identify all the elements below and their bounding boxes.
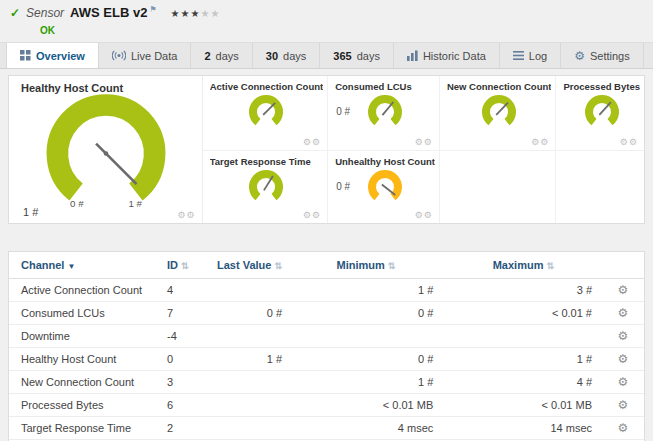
gauge-dial: 0 # 1 # [41, 92, 171, 213]
gauge-needle [599, 102, 610, 115]
channel-settings-gear-icon[interactable]: ⚙ [618, 352, 629, 366]
stars-filled: ★★★ [171, 8, 201, 19]
channel-settings-gear-icon[interactable]: ⚙ [618, 375, 629, 389]
gear-icon: ⚙ [540, 137, 549, 147]
gear-icon: ⚙ [629, 137, 638, 147]
channel-settings-gear-icon[interactable]: ⚙ [618, 283, 629, 297]
sensor-title: AWS ELB v2 [70, 5, 147, 20]
maximum-value: 4 # [443, 371, 602, 394]
last-value-column-header[interactable]: Last Value⇅ [206, 252, 288, 279]
channel-name[interactable]: Target Response Time [9, 417, 161, 440]
actions-column-header [602, 252, 644, 279]
channel-id: 0 [161, 348, 206, 371]
gauge-cell-consumed-lcus[interactable]: Consumed LCUs 0 # ⚙⚙ [327, 76, 439, 150]
gauge-cell-target-response-time[interactable]: Target Response Time ⚙⚙ [203, 150, 327, 224]
table-row: Processed Bytes 6 < 0.01 MB < 0.01 MB ⚙ [9, 394, 644, 417]
channel-settings-gear-icon[interactable]: ⚙ [618, 398, 629, 412]
channel-id: 6 [161, 394, 206, 417]
maximum-value [443, 325, 602, 348]
healthy-host-count-gauge[interactable]: Healthy Host Count 0 # 1 # 1 # ⚙⚙ [9, 76, 202, 223]
tab-2-days[interactable]: 2 days [191, 43, 252, 68]
gauge-settings-icons[interactable]: ⚙⚙ [415, 137, 433, 147]
tab-label: Historic Data [423, 50, 486, 62]
gauges-panel: Healthy Host Count 0 # 1 # 1 # ⚙⚙ Active… [8, 75, 645, 224]
mini-gauge-dial [248, 94, 284, 127]
stars-empty: ★★ [200, 8, 220, 19]
sensor-header: ✓ Sensor AWS ELB v2 ⚑ ★★★★★ OK [0, 0, 653, 38]
tab-label: days [357, 50, 380, 62]
mini-gauge-dial [584, 94, 620, 127]
sort-icon: ⇅ [388, 261, 396, 271]
gauge-cell-active-connection-count[interactable]: Active Connection Count ⚙⚙ [203, 76, 327, 150]
gear-icon: ⚙ [424, 210, 433, 220]
channel-name[interactable]: New Connection Count [9, 371, 161, 394]
maximum-value: < 0.01 MB [443, 394, 602, 417]
tab-number: 365 [333, 50, 351, 62]
tab-live-data[interactable]: Live Data [99, 43, 191, 68]
channels-table-panel: Channel▼ ID⇅ Last Value⇅ Minimum⇅ Maximu… [8, 251, 645, 441]
gauge-needle [264, 103, 276, 115]
channel-name[interactable]: Healthy Host Count [9, 348, 161, 371]
empty-cell [439, 150, 556, 224]
minimum-value: 4 msec [288, 417, 443, 440]
gauge-cell-unhealthy-host-count[interactable]: Unhealthy Host Count 0 # ⚙⚙ [327, 150, 439, 224]
channel-name[interactable]: Processed Bytes [9, 394, 161, 417]
table-row: Downtime -4 ⚙ [9, 325, 644, 348]
gear-icon: ⚙ [424, 137, 433, 147]
minimum-column-header[interactable]: Minimum⇅ [288, 252, 443, 279]
table-row: New Connection Count 3 1 # 4 # ⚙ [9, 371, 644, 394]
gauge-arc [589, 99, 615, 122]
gear-icon: ⚙ [531, 137, 540, 147]
gauge-cell-processed-bytes[interactable]: Processed Bytes ⚙⚙ [555, 76, 644, 150]
tab-label: Log [529, 50, 547, 62]
channel-settings-gear-icon[interactable]: ⚙ [618, 329, 629, 343]
channel-id: -4 [161, 325, 206, 348]
tab-historic-data[interactable]: Historic Data [394, 43, 500, 68]
tab-overview[interactable]: Overview [6, 43, 99, 68]
gauge-settings-icons[interactable]: ⚙⚙ [303, 210, 321, 220]
gear-icon: ⚙ [312, 210, 321, 220]
table-row: Target Response Time 2 4 msec 14 msec ⚙ [9, 417, 644, 440]
mini-gauge-dial [248, 169, 284, 202]
live-data-icon [112, 50, 126, 61]
gauge-settings-icons[interactable]: ⚙⚙ [620, 137, 638, 147]
tab-number: 2 [204, 50, 210, 62]
priority-star-rating[interactable]: ★★★★★ [171, 8, 221, 19]
last-value [206, 371, 288, 394]
channel-column-header[interactable]: Channel▼ [9, 252, 161, 279]
settings-gear-icon: ⚙ [574, 50, 585, 62]
gauge-settings-icons[interactable]: ⚙⚙ [531, 137, 549, 147]
priority-flag-icon: ⚑ [149, 5, 156, 14]
tab-settings[interactable]: ⚙ Settings [561, 43, 644, 68]
minimum-value: < 0.01 MB [288, 394, 443, 417]
channel-name[interactable]: Downtime [9, 325, 161, 348]
channel-name[interactable]: Consumed LCUs [9, 302, 161, 325]
gauge-cell-new-connection-count[interactable]: New Connection Count ⚙⚙ [439, 76, 556, 150]
gauge-settings-icons[interactable]: ⚙⚙ [303, 137, 321, 147]
gauge-needle [96, 144, 136, 184]
tab-label: Live Data [131, 50, 177, 62]
gauge-settings-icons[interactable]: ⚙⚙ [415, 210, 433, 220]
tab-365-days[interactable]: 365 days [320, 43, 394, 68]
channel-settings-gear-icon[interactable]: ⚙ [618, 306, 629, 320]
historic-data-icon [407, 50, 418, 61]
gauge-title: New Connection Count [447, 81, 552, 92]
tab-label: Settings [590, 50, 630, 62]
id-column-header[interactable]: ID⇅ [161, 252, 206, 279]
channel-id: 3 [161, 371, 206, 394]
last-value [206, 279, 288, 302]
gauge-settings-icons[interactable]: ⚙⚙ [178, 210, 196, 220]
channel-settings-gear-icon[interactable]: ⚙ [618, 421, 629, 435]
maximum-column-header[interactable]: Maximum⇅ [443, 252, 602, 279]
table-header-row: Channel▼ ID⇅ Last Value⇅ Minimum⇅ Maximu… [9, 252, 644, 279]
gauge-scale-min: 0 # [70, 198, 84, 209]
gauge-title: Unhealthy Host Count [335, 156, 435, 167]
gauge-scale-max: 1 # [129, 198, 143, 209]
gauge-title: Target Response Time [210, 156, 323, 167]
tab-log[interactable]: Log [500, 43, 561, 68]
gear-icon: ⚙ [303, 210, 312, 220]
gauge-title: Consumed LCUs [335, 81, 435, 92]
tab-30-days[interactable]: 30 days [253, 43, 321, 68]
channel-name[interactable]: Active Connection Count [9, 279, 161, 302]
gauge-title: Processed Bytes [563, 81, 640, 92]
